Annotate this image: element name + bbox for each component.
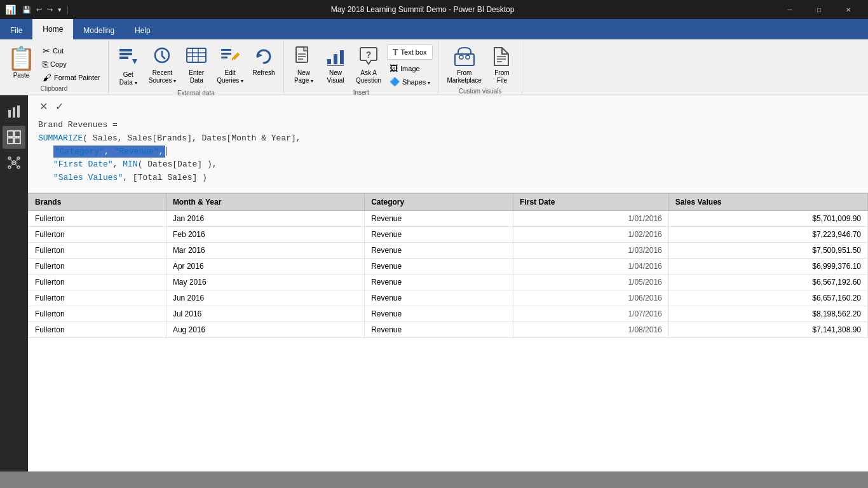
customize-button[interactable]: ▾ <box>57 6 63 14</box>
sidebar-report-button[interactable] <box>3 100 25 123</box>
cell-date: 1/02/2016 <box>513 226 669 242</box>
from-marketplace-button[interactable]: FromMarketplace <box>444 43 484 86</box>
svg-rect-11 <box>221 53 231 55</box>
maximize-button[interactable]: □ <box>804 0 834 19</box>
col-category: Category <box>365 193 513 210</box>
cell-sales: $7,223,946.70 <box>668 226 867 242</box>
tab-file[interactable]: File <box>0 22 32 39</box>
enter-data-button[interactable]: EnterData <box>182 43 211 86</box>
cell-month: Jan 2016 <box>166 210 364 226</box>
table-row: Fullerton Jan 2016 Revenue 1/01/2016 $5,… <box>29 210 868 226</box>
image-label: Image <box>400 65 420 72</box>
minimize-button[interactable]: ─ <box>775 0 804 19</box>
edit-queries-button[interactable]: EditQueries ▾ <box>214 43 247 86</box>
shapes-icon: 🔷 <box>390 77 400 86</box>
tab-home[interactable]: Home <box>32 19 73 39</box>
refresh-icon <box>252 45 275 68</box>
title-bar: 📊 💾 ↩ ↪ ▾ | May 2018 Learning Summit Dem… <box>0 0 868 19</box>
svg-rect-21 <box>340 50 344 64</box>
paste-label: Paste <box>13 72 30 79</box>
main-area: ✕ ✓ Brand Revenues = SUMMARIZE( Sales, S… <box>0 95 868 471</box>
cut-icon: ✂ <box>43 46 50 56</box>
app-icon: 📊 <box>5 4 16 15</box>
undo-button[interactable]: ↩ <box>35 6 43 14</box>
from-file-button[interactable]: FromFile <box>487 43 517 86</box>
image-button[interactable]: 🖼 Image <box>387 62 433 74</box>
redo-button[interactable]: ↪ <box>46 6 54 14</box>
textbox-button[interactable]: T Text box <box>387 44 433 60</box>
svg-rect-10 <box>221 49 231 51</box>
cell-month: Feb 2016 <box>166 226 364 242</box>
table-container[interactable]: Brands Month & Year Category First Date … <box>28 193 868 471</box>
format-painter-button[interactable]: 🖌 Format Painter <box>40 71 103 84</box>
cell-month: Apr 2016 <box>166 258 364 274</box>
cell-brand: Fullerton <box>29 322 166 337</box>
cell-sales: $6,999,376.10 <box>668 258 867 274</box>
table-header-row: Brands Month & Year Category First Date … <box>29 193 868 210</box>
cell-category: Revenue <box>365 274 513 290</box>
cell-date: 1/07/2016 <box>513 306 669 322</box>
cut-button[interactable]: ✂ Cut <box>40 44 103 57</box>
new-visual-label: NewVisual <box>327 69 344 85</box>
enter-data-label: EnterData <box>189 69 204 85</box>
cell-category: Revenue <box>365 306 513 322</box>
new-visual-icon <box>324 45 347 68</box>
sidebar-model-button[interactable] <box>3 151 25 174</box>
cell-brand: Fullerton <box>29 226 166 242</box>
copy-button[interactable]: ⎘ Copy <box>40 58 103 71</box>
sidebar-data-button[interactable] <box>3 126 25 149</box>
new-page-icon <box>292 45 315 68</box>
window-controls[interactable]: ─ □ ✕ <box>775 0 863 19</box>
get-data-button[interactable]: GetData ▾ <box>114 43 143 88</box>
report-icon <box>7 105 21 119</box>
formula-line-3: "First Date", MIN( Dates[Date] ), <box>53 158 858 172</box>
new-visual-button[interactable]: NewVisual <box>321 43 350 86</box>
new-page-button[interactable]: NewPage ▾ <box>289 43 318 86</box>
cell-month: Jun 2016 <box>166 290 364 306</box>
shapes-label: Shapes ▾ <box>402 78 430 86</box>
svg-rect-36 <box>15 138 20 144</box>
paste-button[interactable]: 📋 Paste <box>5 43 37 81</box>
formula-cancel-button[interactable]: ✕ <box>38 100 49 112</box>
cell-date: 1/04/2016 <box>513 258 669 274</box>
formula-bar: ✕ ✓ Brand Revenues = SUMMARIZE( Sales, S… <box>28 95 868 193</box>
window-title: May 2018 Learning Summit Demo - Power BI… <box>75 5 770 14</box>
svg-text:?: ? <box>366 50 372 60</box>
tab-help[interactable]: Help <box>125 22 161 39</box>
table-row: Fullerton Jul 2016 Revenue 1/07/2016 $8,… <box>29 306 868 322</box>
save-button[interactable]: 💾 <box>21 6 32 14</box>
cell-date: 1/08/2016 <box>513 322 669 337</box>
from-file-label: FromFile <box>494 69 509 85</box>
custom-visuals-group-label: Custom visuals <box>444 86 516 96</box>
recent-sources-button[interactable]: RecentSources ▾ <box>146 43 179 86</box>
close-button[interactable]: ✕ <box>834 0 863 19</box>
data-icon <box>7 130 21 144</box>
image-icon: 🖼 <box>390 64 398 73</box>
format-painter-label: Format Painter <box>54 74 100 81</box>
refresh-button[interactable]: Refresh <box>249 43 278 79</box>
ribbon-group-clipboard: 📋 Paste ✂ Cut ⎘ Copy 🖌 Format Painter <box>0 41 109 93</box>
tab-modeling[interactable]: Modeling <box>73 22 125 39</box>
clipboard-group-label: Clipboard <box>5 84 103 93</box>
svg-rect-0 <box>119 49 132 51</box>
enter-data-icon <box>185 45 208 68</box>
formula-confirm-button[interactable]: ✓ <box>54 100 65 112</box>
quick-access-toolbar[interactable]: 💾 ↩ ↪ ▾ | <box>21 5 70 14</box>
external-data-group-label: External data <box>114 88 278 98</box>
svg-rect-2 <box>119 57 128 59</box>
recent-sources-label: RecentSources ▾ <box>149 69 176 85</box>
textbox-icon: T <box>393 47 398 57</box>
ask-question-button[interactable]: ? Ask AQuestion <box>353 43 384 86</box>
recent-sources-icon <box>151 45 173 68</box>
edit-queries-icon <box>219 45 241 68</box>
content-area: ✕ ✓ Brand Revenues = SUMMARIZE( Sales, S… <box>28 95 868 471</box>
new-page-label: NewPage ▾ <box>294 69 313 85</box>
svg-rect-31 <box>13 107 15 118</box>
cell-date: 1/06/2016 <box>513 290 669 306</box>
shapes-button[interactable]: 🔷 Shapes ▾ <box>387 76 433 88</box>
paste-icon: 📋 <box>7 45 36 72</box>
cell-month: Mar 2016 <box>166 242 364 258</box>
svg-rect-1 <box>119 53 132 55</box>
copy-icon: ⎘ <box>43 59 48 69</box>
formula-code[interactable]: Brand Revenues = SUMMARIZE( Sales, Sales… <box>38 116 858 187</box>
